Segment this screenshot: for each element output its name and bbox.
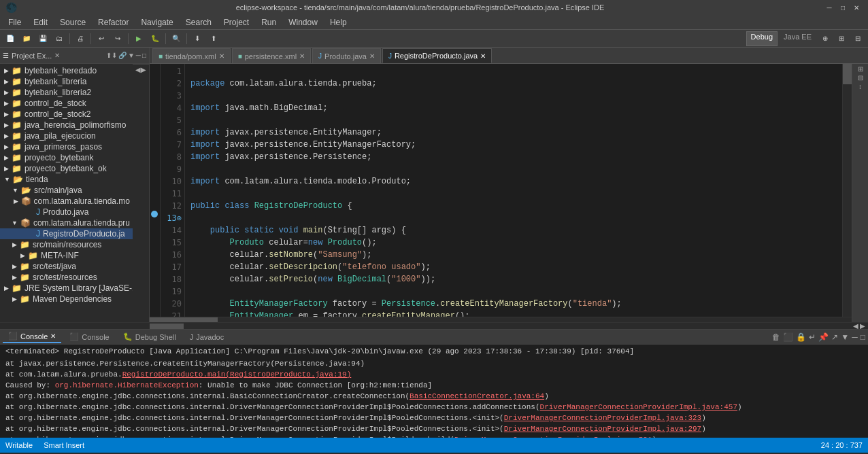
tree-item-src-main-java[interactable]: ▼📂src/main/java xyxy=(0,185,133,196)
sidebar-link-editor[interactable]: 🔗 xyxy=(118,52,127,59)
bottom-tab-console-active[interactable]: ⬛ Console ✕ xyxy=(3,330,61,343)
tree-item-src-test-resources[interactable]: ▶📁src/test/resources xyxy=(0,272,133,283)
sidebar-minimize[interactable]: ─ xyxy=(136,52,141,59)
scrollbar-thumb[interactable] xyxy=(843,64,852,84)
tree-item-registro-java[interactable]: ▶JRegistroDeProducto.ja xyxy=(0,228,133,239)
registro-link[interactable]: RegistroDeProducto.main(RegistroDeProduc… xyxy=(122,370,352,379)
driver-mgr-link-4[interactable]: DriverManagerConnectionProviderImpl.java… xyxy=(454,436,652,438)
tree-item-produto-java[interactable]: ▶JProduto.java xyxy=(0,207,133,217)
sidebar-next[interactable]: ▶ xyxy=(141,66,146,321)
search-button[interactable]: 🔍 xyxy=(169,31,184,46)
tree-item-bytebank-libreria[interactable]: ▶📁bytebank_libreria xyxy=(0,76,133,87)
menu-item-source[interactable]: Source xyxy=(54,16,91,29)
run-button[interactable]: ▶ xyxy=(131,31,146,46)
debug-button[interactable]: 🐛 xyxy=(148,31,163,46)
sidebar-collapse-all[interactable]: ⬆⬇ xyxy=(106,52,117,59)
driver-mgr-link-1[interactable]: DriverManagerConnectionProviderImpl.java… xyxy=(540,403,737,411)
menu-item-run[interactable]: Run xyxy=(256,16,282,29)
menu-item-navigate[interactable]: Navigate xyxy=(135,16,178,29)
tab-produto-java[interactable]: J Produto.java ✕ xyxy=(312,48,381,63)
tree-item-bytebank-libreria2[interactable]: ▶📁bytebank_libreria2 xyxy=(0,87,133,98)
menu-item-refactor[interactable]: Refactor xyxy=(93,16,134,29)
sidebar-prev[interactable]: ◀ xyxy=(135,66,141,321)
scroll-lock-button[interactable]: 🔒 xyxy=(796,332,806,342)
tab-persistence-xml[interactable]: ■ persistence.xml ✕ xyxy=(232,48,311,63)
console-maximize[interactable]: □ xyxy=(861,332,865,342)
open-button[interactable]: 📁 xyxy=(19,31,34,46)
prev-annotation-button[interactable]: ⬆ xyxy=(206,31,221,46)
tab-pom-xml[interactable]: ■ tienda/pom.xml ✕ xyxy=(152,48,231,63)
tree-item-proyecto-bytebank[interactable]: ▶📁proyecto_bytebank xyxy=(0,152,133,163)
console-minimize[interactable]: ─ xyxy=(852,332,858,342)
save-all-button[interactable]: 🗂 xyxy=(52,31,67,46)
stop-button[interactable]: ⬛ xyxy=(783,332,793,342)
open-console-button[interactable]: ↗ xyxy=(831,332,838,342)
close-button[interactable]: ✕ xyxy=(850,1,863,14)
debug-perspective[interactable]: Debug xyxy=(746,31,778,46)
editor-bottom-scroll[interactable]: ◀ ▶ xyxy=(0,322,868,329)
menu-item-search[interactable]: Search xyxy=(180,16,217,29)
new-button[interactable]: 📄 xyxy=(3,31,18,46)
menu-item-edit[interactable]: Edit xyxy=(28,16,53,29)
right-panel-btn-1[interactable]: ⊞ xyxy=(858,65,863,73)
tree-item-java-herencia[interactable]: ▶📁java_herencia_polimorfismo xyxy=(0,120,133,130)
driver-mgr-link-3[interactable]: DriverManagerConnectionProviderImpl.java… xyxy=(504,425,701,433)
tree-item-control-stock[interactable]: ▶📁control_de_stock xyxy=(0,98,133,109)
open-perspective-button[interactable]: ⊕ xyxy=(818,31,833,46)
bottom-tab-console-2[interactable]: ⬛ Console xyxy=(64,331,114,343)
bottom-tab-javadoc[interactable]: J Javadoc xyxy=(184,332,229,343)
sidebar-menu[interactable]: ▼ xyxy=(128,52,135,59)
console-menu-button[interactable]: ▼ xyxy=(841,332,849,342)
hscrollbar-thumb[interactable] xyxy=(150,317,218,322)
tree-item-java-pila[interactable]: ▶📁java_pila_ejecucion xyxy=(0,130,133,141)
pin-console-button[interactable]: 📌 xyxy=(818,332,829,342)
menu-item-file[interactable]: File xyxy=(3,16,27,29)
tree-item-src-main-resources[interactable]: ▶📁src/main/resources xyxy=(0,239,133,250)
right-panel-btn-2[interactable]: ⊟ xyxy=(858,74,863,82)
word-wrap-button[interactable]: ↵ xyxy=(809,332,816,342)
sidebar-maximize[interactable]: □ xyxy=(142,52,146,59)
tree-item-src-test-java[interactable]: ▶📁src/test/java xyxy=(0,261,133,272)
tree-item-tienda[interactable]: ▼📂tienda xyxy=(0,174,133,185)
collapse-sidebar-icon[interactable]: ☰ xyxy=(3,52,9,59)
menu-item-window[interactable]: Window xyxy=(283,16,323,29)
toolbar-icon-1[interactable]: ⊞ xyxy=(834,31,849,46)
tree-item-jre-system[interactable]: ▶📁JRE System Library [JavaSE-11] xyxy=(0,283,133,294)
basic-conn-link[interactable]: BasicConnectionCreator.java:64 xyxy=(410,392,544,400)
menu-item-help[interactable]: Help xyxy=(324,16,352,29)
editor-hscrollbar[interactable] xyxy=(150,317,852,322)
right-panel-btn-3[interactable]: ↕ xyxy=(858,83,862,90)
tree-item-com-latam-mo[interactable]: ▶📦com.latam.alura.tienda.mo xyxy=(0,196,133,207)
javaee-perspective[interactable]: Java EE xyxy=(779,31,816,46)
editor-vertical-scrollbar[interactable] xyxy=(842,64,852,317)
tab-close-icon-3[interactable]: ✕ xyxy=(369,52,375,60)
code-content[interactable]: package com.latam.alura.tienda.prueba; i… xyxy=(185,64,842,317)
minimize-button[interactable]: ─ xyxy=(823,1,835,14)
redo-button[interactable]: ↪ xyxy=(110,31,125,46)
driver-mgr-link-2[interactable]: DriverManagerConnectionProviderImpl.java… xyxy=(504,414,701,422)
save-button[interactable]: 💾 xyxy=(35,31,50,46)
toolbar-icon-2[interactable]: ⊟ xyxy=(850,31,865,46)
tree-item-bytebank-heredado[interactable]: ▶📁bytebank_heredado xyxy=(0,65,133,76)
print-button[interactable]: 🖨 xyxy=(73,31,88,46)
menu-item-project[interactable]: Project xyxy=(218,16,254,29)
undo-button[interactable]: ↩ xyxy=(94,31,109,46)
tree-item-control-stock2[interactable]: ▶📁control_de_stock2 xyxy=(0,109,133,120)
bottom-tab-debug-shell[interactable]: 🐛 Debug Shell xyxy=(118,331,182,343)
clear-console-button[interactable]: 🗑 xyxy=(772,332,780,342)
maximize-button[interactable]: □ xyxy=(837,1,849,14)
tree-item-meta-inf[interactable]: ▶📁META-INF xyxy=(0,250,133,261)
next-annotation-button[interactable]: ⬇ xyxy=(190,31,205,46)
bottom-hscroll-thumb[interactable] xyxy=(150,324,184,329)
tree-item-java-primeros[interactable]: ▶📁java_primeros_pasos xyxy=(0,141,133,152)
tab-close-icon-4[interactable]: ✕ xyxy=(480,52,486,60)
tab-close-icon-2[interactable]: ✕ xyxy=(299,52,305,60)
tree-item-maven-deps[interactable]: ▶📁Maven Dependencies xyxy=(0,294,133,304)
tab-registro-java[interactable]: J RegistroDeProducto.java ✕ xyxy=(382,48,492,63)
bottom-tab-close-1[interactable]: ✕ xyxy=(50,332,56,340)
tree-item-com-latam-pru[interactable]: ▼📦com.latam.alura.tienda.pru xyxy=(0,217,133,228)
tree-item-proyecto-bytebank-ok[interactable]: ▶📁proyecto_bytebank_ok xyxy=(0,163,133,174)
code-editor[interactable]: 12345 678910 111213⊙1415 1617181920 2122… xyxy=(150,64,852,322)
tab-close-icon[interactable]: ✕ xyxy=(219,52,224,60)
sidebar-close-button[interactable]: ✕ xyxy=(54,52,60,59)
